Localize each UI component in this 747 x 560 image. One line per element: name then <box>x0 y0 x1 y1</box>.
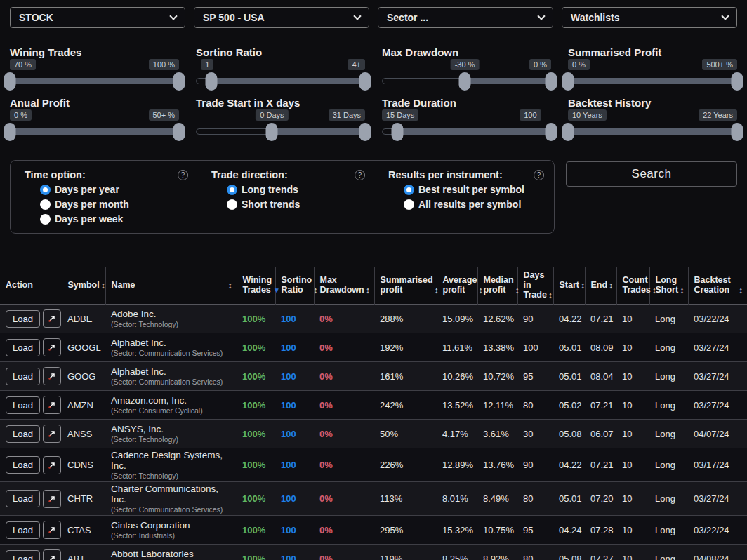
help-icon[interactable]: ? <box>178 170 188 180</box>
chart-arrow-icon[interactable] <box>43 549 61 560</box>
sort-icon[interactable]: ↕ <box>313 286 317 295</box>
load-button[interactable]: Load <box>6 456 40 474</box>
slider-min-badge: -30 % <box>451 59 480 70</box>
sort-icon[interactable]: ↕ <box>515 286 520 295</box>
radio-icon <box>227 199 237 210</box>
col-wining-trades[interactable]: Wining Trades▼ <box>237 267 275 305</box>
slider-track[interactable] <box>382 78 551 84</box>
sort-icon[interactable]: ↕ <box>548 291 553 300</box>
chart-arrow-icon[interactable] <box>43 456 61 474</box>
sort-icon[interactable]: ↕ <box>366 286 370 295</box>
sort-icon[interactable]: ↕ <box>478 286 482 295</box>
help-icon[interactable]: ? <box>355 170 365 180</box>
long-short-cell: Long <box>649 362 688 391</box>
col-name[interactable]: Name↕ <box>105 267 237 305</box>
chart-arrow-icon[interactable] <box>43 490 61 508</box>
sort-icon[interactable]: ↕ <box>228 281 232 290</box>
col-summarised-profit[interactable]: Summarised profit↕ <box>374 267 437 305</box>
slider-handle-max[interactable] <box>546 72 557 91</box>
sort-icon[interactable]: ↕ <box>739 286 743 295</box>
col-max-drawdown[interactable]: Max Drawdown↕ <box>314 267 374 305</box>
slider-handle-min[interactable] <box>391 123 403 141</box>
chart-arrow-icon[interactable] <box>43 425 61 443</box>
sector-select[interactable]: Sector ... <box>378 7 553 28</box>
asset-type-select[interactable]: STOCK <box>10 7 185 28</box>
index-select[interactable]: SP 500 - USA <box>194 7 369 28</box>
long-short-cell: Long <box>649 482 688 516</box>
chart-arrow-icon[interactable] <box>43 396 61 414</box>
start-cell: 05.08 <box>553 545 585 560</box>
col-days-in-trade[interactable]: Days in Trade↕ <box>517 267 553 305</box>
load-button[interactable]: Load <box>6 396 40 414</box>
slider-summarised-profit: Summarised Profit 0 % 500+ % <box>568 46 737 84</box>
slider-handle-max[interactable] <box>546 123 557 141</box>
chart-arrow-icon[interactable] <box>43 521 61 539</box>
load-button[interactable]: Load <box>6 521 40 539</box>
load-button[interactable]: Load <box>6 310 40 328</box>
slider-track[interactable] <box>10 128 179 135</box>
slider-handle-max[interactable] <box>359 72 371 91</box>
long-short-cell: Long <box>649 333 688 362</box>
slider-track[interactable] <box>568 78 737 84</box>
radio-all-results[interactable]: All results per symbol <box>404 199 544 210</box>
slider-handle-max[interactable] <box>359 123 371 141</box>
sort-icon[interactable]: ↕ <box>435 286 439 295</box>
col-count-trades[interactable]: Count Trades↕ <box>616 267 649 305</box>
slider-handle-min[interactable] <box>205 72 217 91</box>
col-symbol[interactable]: Symbol↕ <box>62 267 105 305</box>
load-button[interactable]: Load <box>6 550 40 560</box>
slider-handle-max[interactable] <box>173 72 185 91</box>
col-long-short[interactable]: Long Short↕ <box>649 267 688 305</box>
backtest-creation-cell: 03/27/24 <box>688 362 747 391</box>
median-profit-cell: 8.49% <box>477 482 517 516</box>
col-average-profit[interactable]: Average profit↕ <box>437 267 477 305</box>
slider-handle-max[interactable] <box>732 72 743 91</box>
radio-short-trends[interactable]: Short trends <box>227 199 365 210</box>
sort-icon[interactable]: ↕ <box>609 281 613 290</box>
slider-track[interactable] <box>196 78 365 84</box>
radio-label: Days per week <box>55 213 123 225</box>
chart-arrow-icon[interactable] <box>43 309 61 328</box>
slider-handle-min[interactable] <box>459 72 471 91</box>
slider-min-badge: 0 Days <box>256 109 288 121</box>
slider-track[interactable] <box>568 128 737 135</box>
radio-days-per-week[interactable]: Days per week <box>40 213 188 225</box>
col-start[interactable]: Start↕ <box>553 267 585 305</box>
col-end[interactable]: End↕ <box>585 267 616 305</box>
radio-best-result[interactable]: Best result per symbol <box>404 184 544 195</box>
sort-desc-icon[interactable]: ▼ <box>273 286 280 295</box>
load-button[interactable]: Load <box>6 425 40 443</box>
slider-handle-min[interactable] <box>4 72 16 91</box>
sort-icon[interactable]: ↕ <box>101 281 105 290</box>
table-row: Load GOOGL Alphabet Inc. (Sector: Commun… <box>0 333 747 362</box>
radio-days-per-month[interactable]: Days per month <box>40 199 188 210</box>
chart-arrow-icon[interactable] <box>43 338 61 356</box>
watchlists-select[interactable]: Watchlists <box>562 7 737 28</box>
load-button[interactable]: Load <box>6 490 40 507</box>
radio-icon <box>40 214 51 225</box>
radio-days-per-year[interactable]: Days per year <box>40 184 188 195</box>
search-button[interactable]: Search <box>566 161 737 187</box>
slider-handle-max[interactable] <box>732 123 743 141</box>
sort-icon[interactable]: ↕ <box>581 281 585 290</box>
name-cell: Amazon.com, Inc. (Sector: Consumer Cycli… <box>105 391 237 420</box>
load-button[interactable]: Load <box>6 368 40 385</box>
slider-track[interactable] <box>10 78 179 84</box>
slider-track[interactable] <box>382 128 551 135</box>
sort-icon[interactable]: ↕ <box>680 286 684 295</box>
summarised-profit-cell: 288% <box>374 305 437 333</box>
slider-handle-min[interactable] <box>562 72 574 91</box>
slider-handle-min[interactable] <box>562 123 574 141</box>
radio-long-trends[interactable]: Long trends <box>227 184 365 195</box>
slider-handle-max[interactable] <box>173 123 185 141</box>
col-sortino-ratio[interactable]: Sortino Ratio↕ <box>275 267 314 305</box>
col-median-profit[interactable]: Median profit↕ <box>477 267 517 305</box>
slider-track[interactable] <box>196 128 365 135</box>
load-button[interactable]: Load <box>6 339 40 356</box>
slider-label: Max Drawdown <box>382 46 551 58</box>
col-backtest-creation[interactable]: Backtest Creation↕ <box>688 267 747 305</box>
help-icon[interactable]: ? <box>534 170 544 180</box>
slider-handle-min[interactable] <box>4 123 16 141</box>
chart-arrow-icon[interactable] <box>43 367 61 385</box>
slider-handle-min[interactable] <box>266 123 278 141</box>
